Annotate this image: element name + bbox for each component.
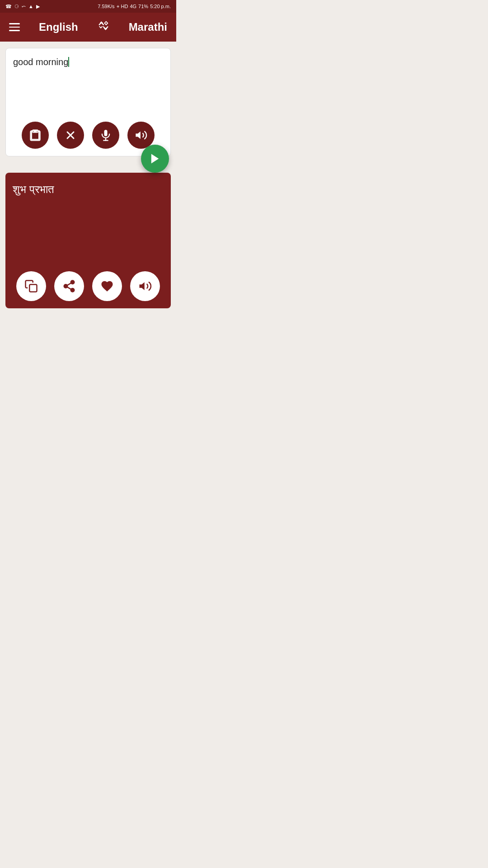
output-action-buttons bbox=[5, 271, 171, 301]
svg-line-13 bbox=[67, 287, 71, 289]
battery-status: 71% bbox=[138, 4, 148, 9]
output-area: शुभ प्रभात bbox=[5, 173, 171, 308]
svg-rect-4 bbox=[104, 130, 108, 136]
input-text-display[interactable]: good morning bbox=[13, 56, 163, 110]
svg-rect-9 bbox=[29, 284, 37, 292]
status-right: 7.59K/s ⌖ HD 4G 71% 5:20 p.m. bbox=[98, 4, 171, 9]
usb-icon: ⤺ bbox=[22, 4, 26, 9]
warning-icon: ▲ bbox=[28, 4, 33, 9]
share-output-button[interactable] bbox=[54, 271, 84, 301]
copy-output-button[interactable] bbox=[16, 271, 46, 301]
status-bar: ☎ ⚆ ⤺ ▲ ▶ 7.59K/s ⌖ HD 4G 71% 5:20 p.m. bbox=[0, 0, 176, 13]
swap-languages-button[interactable] bbox=[97, 19, 110, 35]
favorite-output-button[interactable] bbox=[92, 271, 122, 301]
speak-output-button[interactable] bbox=[130, 271, 160, 301]
input-area: good morning bbox=[5, 48, 171, 156]
translate-button[interactable] bbox=[141, 145, 169, 173]
text-cursor bbox=[68, 57, 69, 67]
menu-button[interactable] bbox=[9, 23, 20, 31]
wifi-icon: ⌖ bbox=[117, 4, 119, 9]
bottom-space bbox=[0, 308, 176, 326]
svg-marker-15 bbox=[140, 282, 145, 290]
target-language-label[interactable]: Marathi bbox=[129, 21, 167, 33]
output-text-display: शुभ प्रभात bbox=[13, 182, 164, 197]
play-icon: ▶ bbox=[36, 4, 40, 9]
whatsapp-icon: ☎ bbox=[5, 4, 12, 9]
app-header: English Marathi bbox=[0, 13, 176, 42]
submit-button-wrapper bbox=[0, 145, 176, 173]
svg-marker-7 bbox=[136, 132, 141, 139]
hd-badge: HD bbox=[121, 4, 128, 9]
network-speed: 7.59K/s bbox=[98, 4, 114, 9]
source-language-label[interactable]: English bbox=[39, 21, 78, 33]
time-display: 5:20 p.m. bbox=[150, 4, 171, 9]
svg-marker-8 bbox=[151, 154, 159, 164]
input-text-value: good morning bbox=[13, 57, 68, 67]
image-icon: ⚆ bbox=[14, 4, 19, 9]
signal-icon: 4G bbox=[130, 4, 136, 9]
svg-line-14 bbox=[67, 283, 71, 285]
status-icons: ☎ ⚆ ⤺ ▲ ▶ bbox=[5, 4, 40, 9]
